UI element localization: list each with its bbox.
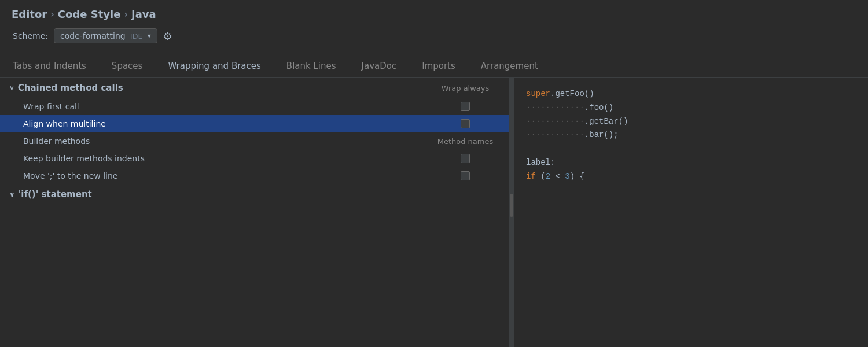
builder-methods-row[interactable]: Builder methods Method names <box>0 132 509 150</box>
keep-builder-indents-checkbox-cell <box>431 154 500 163</box>
breadcrumb-sep1: › <box>50 9 54 20</box>
wrap-first-call-checkbox[interactable] <box>461 102 470 111</box>
breadcrumb-code-style: Code Style <box>58 8 121 20</box>
align-multiline-checkbox[interactable] <box>461 119 470 128</box>
section2-label: 'if()' statement <box>19 189 92 200</box>
tab-imports[interactable]: Imports <box>409 55 468 78</box>
section2-toggle[interactable]: ∨ 'if()' statement <box>0 184 509 204</box>
align-multiline-row[interactable]: Align when multiline <box>0 115 509 132</box>
left-panel: ∨ Chained method calls Wrap always Wrap … <box>0 78 509 347</box>
code-super: super <box>526 89 550 98</box>
code-line-1: super.getFoo() <box>526 87 856 101</box>
tab-spaces[interactable]: Spaces <box>99 55 156 78</box>
section1-header-row: ∨ Chained method calls Wrap always <box>0 78 509 98</box>
tabs-row: Tabs and Indents Spaces Wrapping and Bra… <box>0 55 868 78</box>
move-semicolon-label: Move ';' to the new line <box>23 171 431 180</box>
tab-blank-lines[interactable]: Blank Lines <box>274 55 349 78</box>
keep-builder-indents-row[interactable]: Keep builder methods indents <box>0 150 509 167</box>
scrollbar[interactable] <box>509 78 514 347</box>
tab-wrapping-braces[interactable]: Wrapping and Braces <box>155 55 273 78</box>
wrap-always-column-header: Wrap always <box>431 84 500 93</box>
scheme-label: Scheme: <box>13 31 48 40</box>
scheme-row: Scheme: code-formatting IDE ▾ ⚙ <box>12 28 856 43</box>
section2-chevron: ∨ <box>9 190 15 198</box>
breadcrumb-editor: Editor <box>12 8 47 20</box>
method-names-label: Method names <box>431 137 500 146</box>
scheme-dropdown[interactable]: code-formatting IDE ▾ <box>54 28 157 43</box>
tab-javadoc[interactable]: JavaDoc <box>349 55 410 78</box>
keep-builder-indents-checkbox[interactable] <box>461 154 470 163</box>
builder-methods-label: Builder methods <box>23 136 431 146</box>
right-panel: super.getFoo() ············.foo() ······… <box>514 78 868 347</box>
section1-toggle[interactable]: ∨ Chained method calls <box>9 83 431 93</box>
wrap-first-call-row[interactable]: Wrap first call <box>0 98 509 115</box>
code-line-7: if (2 < 3) { <box>526 170 856 184</box>
wrap-first-call-checkbox-cell <box>431 102 500 111</box>
scheme-tag: IDE <box>130 32 143 40</box>
header: Editor › Code Style › Java Scheme: code-… <box>0 0 868 49</box>
keep-builder-indents-label: Keep builder methods indents <box>23 154 431 163</box>
section1-label: Chained method calls <box>18 83 123 93</box>
breadcrumb-sep2: › <box>124 9 128 20</box>
code-line-4: ············.bar(); <box>526 128 856 142</box>
code-line-5 <box>526 142 856 156</box>
move-semicolon-checkbox[interactable] <box>461 171 470 180</box>
align-multiline-checkbox-cell <box>431 119 500 128</box>
main-container: Editor › Code Style › Java Scheme: code-… <box>0 0 868 347</box>
code-line-2: ············.foo() <box>526 101 856 115</box>
chevron-down-icon: ▾ <box>148 32 151 40</box>
breadcrumb-java: Java <box>131 8 156 20</box>
move-semicolon-row[interactable]: Move ';' to the new line <box>0 167 509 184</box>
gear-icon[interactable]: ⚙ <box>163 30 172 42</box>
tab-tabs-indents[interactable]: Tabs and Indents <box>0 55 99 78</box>
wrap-first-call-label: Wrap first call <box>23 102 431 111</box>
code-preview: super.getFoo() ············.foo() ······… <box>526 87 856 184</box>
tab-arrangement[interactable]: Arrangement <box>468 55 551 78</box>
code-line-3: ············.getBar() <box>526 115 856 129</box>
align-multiline-label: Align when multiline <box>23 119 431 128</box>
move-semicolon-checkbox-cell <box>431 171 500 180</box>
breadcrumb: Editor › Code Style › Java <box>12 8 856 20</box>
section1-chevron: ∨ <box>9 84 14 92</box>
scheme-name: code-formatting <box>60 31 126 40</box>
content-area: ∨ Chained method calls Wrap always Wrap … <box>0 78 868 347</box>
scrollbar-thumb <box>510 194 513 217</box>
code-line-6: label: <box>526 156 856 170</box>
